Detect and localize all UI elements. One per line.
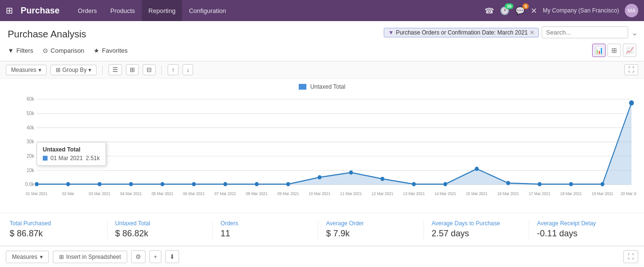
data-point[interactable] <box>412 182 416 186</box>
search-expand-icon[interactable]: ⌄ <box>631 27 638 38</box>
activities-icon[interactable]: 🕐 36 <box>500 6 510 15</box>
data-point[interactable] <box>66 182 70 186</box>
toolbar: Measures ▾ ⊞ Group By ▾ ☰ ⊞ ⊟ ↑ ↓ ⛶ <box>0 61 644 79</box>
filters-button[interactable]: ▼ Filters <box>8 47 33 54</box>
company-name: My Company (San Francisco) <box>543 7 619 14</box>
data-point[interactable] <box>97 182 101 186</box>
svg-text:18 Mar 2021: 18 Mar 2021 <box>560 191 582 196</box>
svg-text:10 Mar 2021: 10 Mar 2021 <box>309 191 330 196</box>
app-logo: Purchase <box>21 6 60 16</box>
view-switcher: 📊 ⊞ 📈 <box>592 44 636 57</box>
chart-legend: Untaxed Total <box>8 83 636 90</box>
filter-close-icon[interactable]: ✕ <box>530 29 535 36</box>
measures-button[interactable]: Measures ▾ <box>6 65 47 75</box>
svg-text:20 Mar 2021: 20 Mar 2021 <box>620 191 636 196</box>
data-point[interactable] <box>538 182 542 186</box>
tooltip-row: 01 Mar 2021 2.51k <box>43 155 100 162</box>
view-bar-button[interactable]: 📈 <box>623 44 636 57</box>
data-point[interactable] <box>349 171 353 175</box>
chart-tooltip: Untaxed Total 01 Mar 2021 2.51k <box>36 142 106 166</box>
data-point[interactable] <box>506 181 510 186</box>
menu-item-configuration[interactable]: Configuration <box>182 0 232 21</box>
metric-avg-order-value: $ 7.9k <box>326 229 416 239</box>
view-pivot-button[interactable]: ⊞ <box>608 44 621 57</box>
filter-tag[interactable]: ▼ Purchase Orders or Confirmation Date: … <box>384 28 539 37</box>
metric-untaxed-total-label: Untaxed Total <box>115 220 205 227</box>
svg-text:50k: 50k <box>26 110 35 116</box>
svg-text:05 Mar 2021: 05 Mar 2021 <box>152 191 173 196</box>
favorites-button[interactable]: ★ Favorites <box>94 47 127 54</box>
data-point[interactable] <box>286 182 290 186</box>
data-point[interactable] <box>317 175 321 179</box>
svg-text:12 Mar 2021: 12 Mar 2021 <box>372 191 393 196</box>
menu-item-orders[interactable]: Orders <box>71 0 104 21</box>
metric-avg-days-purchase: Average Days to Purchase 2.57 days <box>424 220 530 239</box>
metric-orders: Orders 11 <box>213 220 318 239</box>
svg-text:01 Mar 2021: 01 Mar 2021 <box>26 191 48 196</box>
svg-text:30k: 30k <box>26 139 35 145</box>
metric-orders-label: Orders <box>220 220 310 227</box>
groupby-button[interactable]: ⊞ Group By ▾ <box>50 65 97 75</box>
svg-text:09 Mar 2021: 09 Mar 2021 <box>277 191 299 196</box>
phone-icon[interactable]: ☎ <box>485 6 494 15</box>
search-input[interactable] <box>542 26 628 38</box>
svg-text:14 Mar 2021: 14 Mar 2021 <box>435 191 456 196</box>
grid-view-button[interactable]: ⊞ <box>126 64 139 75</box>
filter-icon: ▼ <box>8 47 14 54</box>
data-point[interactable] <box>600 182 604 186</box>
data-point[interactable] <box>223 182 227 186</box>
metric-avg-order-label: Average Order <box>326 220 416 227</box>
list-view-button[interactable]: ☰ <box>109 64 122 75</box>
svg-text:16 Mar 2021: 16 Mar 2021 <box>498 191 519 196</box>
sort-desc-button[interactable]: ↓ <box>182 64 194 75</box>
data-point[interactable] <box>475 167 479 171</box>
svg-text:04 Mar 2021: 04 Mar 2021 <box>120 191 142 196</box>
svg-text:03 Mar 2021: 03 Mar 2021 <box>89 191 110 196</box>
data-point[interactable] <box>192 182 196 186</box>
view-graph-button[interactable]: 📊 <box>592 44 606 57</box>
sort-asc-button[interactable]: ↑ <box>168 64 179 75</box>
menu-item-products[interactable]: Products <box>104 0 142 21</box>
metrics-row: Total Purchased $ 86.87k Untaxed Total $… <box>0 213 644 245</box>
user-avatar[interactable]: MA <box>625 4 638 17</box>
metric-untaxed-total: Untaxed Total $ 86.82k <box>108 220 213 239</box>
grid-icon[interactable]: ⊞ <box>6 5 13 16</box>
chart-fill-area <box>36 103 632 185</box>
tooltip-date: 01 Mar 2021 <box>50 155 83 162</box>
topnav-right: ☎ 🕐 36 💬 5 ✕ My Company (San Francisco) … <box>485 4 638 17</box>
dropdown-arrow-icon: ▾ <box>38 67 41 73</box>
activities-badge: 36 <box>505 3 513 9</box>
toolbar-right: ⛶ <box>624 64 638 75</box>
data-point[interactable] <box>255 182 259 186</box>
metric-total-purchased-label: Total Purchased <box>10 220 99 227</box>
group-icon: ⊞ <box>56 67 61 73</box>
menu-item-reporting[interactable]: Reporting <box>142 0 182 21</box>
groupby-dropdown-icon: ▾ <box>88 67 91 73</box>
data-point-peak[interactable] <box>629 100 634 105</box>
tooltip-color-dot <box>43 156 48 161</box>
metric-orders-value: 11 <box>220 229 310 239</box>
svg-text:40k: 40k <box>26 124 35 130</box>
data-point[interactable] <box>35 182 38 186</box>
messages-icon[interactable]: 💬 5 <box>515 6 525 15</box>
svg-text:17 Mar 2021: 17 Mar 2021 <box>529 191 550 196</box>
svg-text:60k: 60k <box>26 96 35 102</box>
data-point[interactable] <box>569 182 573 186</box>
data-point[interactable] <box>443 182 447 186</box>
svg-text:11 Mar 2021: 11 Mar 2021 <box>340 191 362 196</box>
data-point[interactable] <box>160 182 164 186</box>
svg-text:13 Mar 2021: 13 Mar 2021 <box>403 191 425 196</box>
svg-text:06 Mar 2021: 06 Mar 2021 <box>183 191 205 196</box>
data-point[interactable] <box>129 182 133 186</box>
chart-line <box>36 103 632 184</box>
legend-color-swatch <box>299 84 306 90</box>
comparison-button[interactable]: ⊙ Comparison <box>43 47 84 54</box>
tooltip-title: Untaxed Total <box>43 146 100 153</box>
funnel-icon: ▼ <box>388 29 394 36</box>
metric-avg-days-purchase-label: Average Days to Purchase <box>432 220 522 227</box>
metric-avg-receipt-delay-label: Average Receipt Delay <box>537 220 627 227</box>
close-icon[interactable]: ✕ <box>531 6 537 15</box>
toggle-button[interactable]: ⊟ <box>143 64 156 75</box>
data-point[interactable] <box>380 177 384 181</box>
expand-chart-button[interactable]: ⛶ <box>624 64 638 75</box>
